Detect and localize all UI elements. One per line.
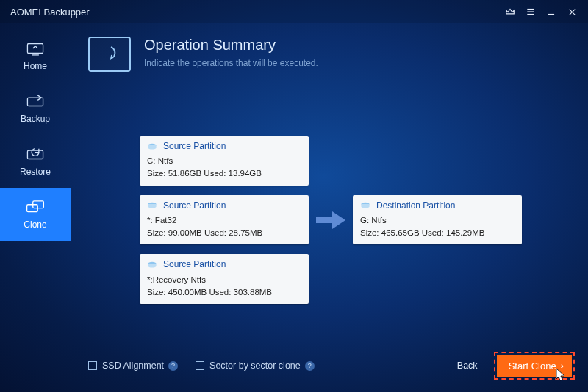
start-clone-button[interactable]: Start Clone ››: [497, 355, 572, 377]
source-column: Source Partition C: Ntfs Size: 51.86GB U…: [140, 136, 309, 304]
svg-rect-8: [27, 150, 43, 159]
sidebar-item-backup[interactable]: Backup: [0, 82, 71, 135]
card-line2: Size: 51.86GB Used: 13.94GB: [147, 167, 301, 180]
sidebar-item-label: Backup: [21, 114, 50, 124]
source-partition-card[interactable]: Source Partition C: Ntfs Size: 51.86GB U…: [140, 136, 309, 186]
start-clone-highlight: Start Clone ››: [494, 352, 575, 380]
svg-marker-15: [332, 211, 345, 229]
destination-column: Destination Partition G: Ntfs Size: 465.…: [353, 195, 522, 245]
ssd-alignment-checkbox[interactable]: SSD Alignment ?: [88, 360, 178, 371]
chevron-right-icon: ››: [561, 361, 562, 370]
restore-icon: [25, 146, 46, 162]
arrow-icon: [309, 210, 353, 231]
sidebar-item-label: Clone: [24, 219, 46, 230]
checkbox-label: SSD Alignment: [102, 360, 164, 371]
start-clone-label: Start Clone: [509, 360, 556, 371]
checkbox-label: Sector by sector clone: [209, 360, 301, 371]
source-partition-card[interactable]: Source Partition *:Recovery Ntfs Size: 4…: [140, 254, 309, 304]
clone-icon: [25, 199, 46, 215]
help-icon[interactable]: ?: [305, 361, 315, 371]
menu-icon[interactable]: [520, 1, 541, 22]
sidebar-item-restore[interactable]: Restore: [0, 135, 71, 188]
page-subtitle: Indicate the operations that will be exe…: [144, 58, 318, 68]
footer: SSD Alignment ? Sector by sector clone ?…: [88, 351, 575, 380]
card-line1: G: Ntfs: [360, 214, 514, 227]
card-line1: *: Fat32: [147, 214, 301, 227]
checkbox-box: [88, 361, 97, 370]
help-icon[interactable]: ?: [168, 361, 178, 371]
home-icon: [25, 40, 46, 57]
card-line2: Size: 465.65GB Used: 145.29MB: [360, 227, 514, 239]
app-title: AOMEI Backupper: [10, 7, 90, 18]
card-line2: Size: 450.00MB Used: 303.88MB: [147, 286, 301, 299]
disk-icon: [147, 261, 157, 269]
page-title: Operation Summary: [144, 37, 318, 54]
back-button[interactable]: Back: [457, 360, 478, 371]
source-partition-card[interactable]: Source Partition *: Fat32 Size: 99.00MB …: [140, 195, 309, 245]
summary-content: Source Partition C: Ntfs Size: 51.86GB U…: [140, 136, 566, 304]
disk-icon: [147, 143, 157, 150]
card-line1: C: Ntfs: [147, 155, 301, 167]
sidebar-item-home[interactable]: Home: [0, 29, 71, 82]
checkbox-box: [196, 361, 204, 370]
card-title: Source Partition: [163, 140, 226, 153]
backup-icon: [25, 93, 46, 109]
sidebar-item-clone[interactable]: Clone: [0, 188, 71, 241]
disk-icon: [360, 202, 370, 209]
svg-rect-6: [27, 44, 43, 54]
close-button[interactable]: [562, 1, 582, 22]
summary-icon: [88, 37, 131, 72]
svg-rect-14: [316, 217, 332, 223]
card-title: Source Partition: [163, 200, 226, 212]
sector-by-sector-checkbox[interactable]: Sector by sector clone ?: [196, 360, 315, 371]
vip-icon[interactable]: [500, 1, 520, 22]
minimize-button[interactable]: [541, 1, 562, 22]
sidebar-item-label: Home: [24, 61, 47, 71]
card-title: Source Partition: [163, 258, 226, 271]
sidebar: Home Backup Restore Clone: [0, 29, 71, 392]
disk-icon: [147, 202, 157, 209]
svg-rect-7: [27, 98, 43, 106]
card-line2: Size: 99.00MB Used: 28.75MB: [147, 227, 301, 239]
title-bar: AOMEI Backupper: [0, 0, 588, 23]
sidebar-item-label: Restore: [20, 167, 51, 177]
card-title: Destination Partition: [376, 200, 455, 212]
page-header: Operation Summary Indicate the operation…: [88, 37, 559, 72]
card-line1: *:Recovery Ntfs: [147, 274, 301, 286]
destination-partition-card[interactable]: Destination Partition G: Ntfs Size: 465.…: [353, 195, 522, 245]
